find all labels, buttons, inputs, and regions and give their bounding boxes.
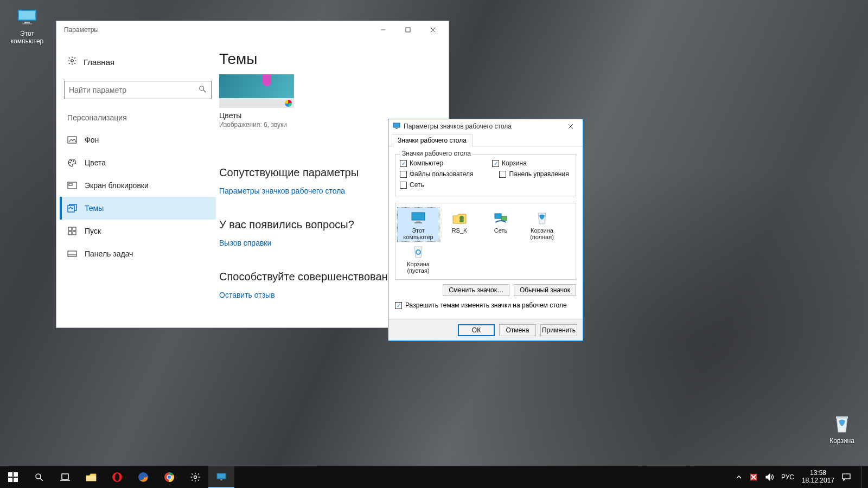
feedback-link[interactable]: Оставить отзыв [219, 291, 275, 299]
checkbox-computer[interactable]: ✓Компьютер [400, 159, 443, 167]
svg-line-11 [203, 90, 206, 92]
start-icon [67, 226, 77, 236]
taskbar-active-app[interactable] [208, 466, 234, 488]
search-icon [198, 85, 207, 95]
close-button[interactable] [420, 21, 445, 38]
color-wheel-icon [285, 100, 292, 107]
icon-preview-bin-full[interactable]: Корзина (полная) [521, 208, 563, 241]
dialog-tabs: Значки рабочего стола [388, 133, 583, 146]
svg-rect-3 [22, 23, 32, 24]
ok-button[interactable]: ОК [458, 324, 495, 336]
monitor-icon [393, 123, 400, 131]
dialog-close-button[interactable] [563, 121, 578, 132]
checkbox-label: Файлы пользователя [410, 170, 473, 178]
taskbar-taskview[interactable] [52, 466, 78, 488]
sidebar-item-background[interactable]: Фон [60, 129, 216, 151]
cancel-button[interactable]: Отмена [499, 324, 536, 336]
icon-label: RS_K [439, 227, 480, 234]
theme-preview [219, 74, 294, 98]
dialog-title: Параметры значков рабочего стола [404, 123, 512, 130]
svg-point-13 [70, 162, 71, 163]
svg-point-10 [200, 86, 204, 91]
desktop-icon-this-pc[interactable]: Этот компьютер [7, 5, 48, 45]
tray-security-icon[interactable] [750, 473, 757, 481]
tray-volume-icon[interactable] [765, 473, 774, 481]
svg-rect-31 [414, 222, 422, 223]
minimize-button[interactable] [371, 21, 395, 38]
settings-titlebar[interactable]: Параметры [56, 21, 449, 38]
gear-icon [67, 56, 77, 68]
taskbar-opera[interactable] [104, 466, 130, 488]
desktop-icon-label: Корзина [821, 437, 863, 445]
taskbar-chrome[interactable] [156, 466, 182, 488]
svg-rect-4 [836, 416, 848, 419]
show-desktop-button[interactable] [861, 466, 865, 488]
checkbox-label: Панель управления [509, 170, 569, 178]
checkbox-network[interactable]: Сеть [400, 181, 424, 189]
sidebar-item-lockscreen[interactable]: Экран блокировки [60, 174, 216, 197]
taskbar-icon [67, 249, 77, 259]
svg-point-41 [36, 474, 41, 479]
checkbox-allow-themes[interactable]: ✓ [395, 302, 402, 309]
svg-point-47 [115, 473, 119, 481]
search-input[interactable] [69, 86, 198, 94]
settings-search[interactable] [64, 81, 212, 99]
sidebar-item-taskbar[interactable]: Панель задач [60, 242, 216, 265]
change-icon-button[interactable]: Сменить значок… [443, 284, 509, 296]
sidebar-home[interactable]: Главная [60, 50, 216, 73]
maximize-button[interactable] [395, 21, 420, 38]
dialog-footer: ОК Отмена Применить [388, 319, 583, 341]
svg-rect-22 [73, 232, 76, 235]
taskbar-search[interactable] [26, 466, 52, 488]
settings-window-title: Параметры [60, 26, 99, 34]
svg-rect-26 [395, 128, 398, 129]
sidebar-item-themes[interactable]: Темы [60, 197, 216, 220]
svg-point-14 [71, 160, 72, 162]
dialog-titlebar[interactable]: Параметры значков рабочего стола [388, 119, 583, 133]
tray-language[interactable]: РУС [781, 473, 794, 481]
palette-icon [67, 158, 77, 168]
desktop-icon-settings-link[interactable]: Параметры значков рабочего стола [219, 187, 345, 195]
svg-rect-30 [416, 221, 420, 222]
recycle-bin-icon [821, 413, 863, 435]
sidebar-item-label: Темы [85, 204, 104, 213]
svg-line-42 [40, 478, 43, 481]
desktop-icon-label: Этот компьютер [7, 30, 48, 45]
desktop-icon-recycle-bin[interactable]: Корзина [821, 413, 863, 445]
checkbox-user-files[interactable]: Файлы пользователя [400, 170, 473, 178]
svg-point-15 [73, 160, 74, 162]
taskbar-firefox[interactable] [130, 466, 156, 488]
svg-point-32 [459, 216, 464, 220]
settings-sidebar: Главная Персонализация Фон Цвета Э [56, 38, 219, 328]
svg-rect-20 [73, 227, 76, 230]
sidebar-item-start[interactable]: Пуск [60, 220, 216, 242]
tray-action-center-icon[interactable] [842, 473, 851, 481]
icon-preview-user[interactable]: RS_K [439, 208, 480, 241]
recycle-bin-full-icon [521, 209, 563, 227]
sidebar-item-colors[interactable]: Цвета [60, 151, 216, 174]
taskbar-settings[interactable] [182, 466, 208, 488]
get-help-link[interactable]: Вызов справки [219, 239, 271, 247]
pc-icon [7, 5, 48, 28]
icon-preview-computer[interactable]: Этот компьютер [398, 208, 439, 241]
checkbox-recycle-bin[interactable]: ✓Корзина [492, 159, 527, 167]
themes-icon [67, 203, 77, 213]
taskbar-explorer[interactable] [78, 466, 104, 488]
start-button[interactable] [0, 466, 26, 488]
theme-name: Цветы [219, 108, 294, 120]
sidebar-item-label: Фон [85, 136, 99, 144]
lockscreen-icon [67, 181, 77, 190]
page-title: Темы [219, 50, 449, 74]
restore-default-button[interactable]: Обычный значок [514, 284, 576, 296]
svg-rect-25 [393, 123, 400, 127]
icon-preview-network[interactable]: Сеть [480, 208, 521, 241]
tray-clock[interactable]: 13:58 18.12.2017 [802, 470, 834, 485]
svg-rect-54 [220, 479, 222, 480]
icon-preview-bin-empty[interactable]: Корзина (пустая) [398, 241, 439, 275]
theme-tile[interactable]: Цветы Изображения: 6, звуки [219, 74, 294, 129]
dialog-tab-icons[interactable]: Значки рабочего стола [392, 134, 473, 146]
checkbox-control-panel[interactable]: Панель управления [499, 170, 569, 178]
sidebar-item-label: Пуск [85, 227, 101, 235]
apply-button[interactable]: Применить [540, 324, 577, 336]
tray-chevron-up-icon[interactable] [736, 474, 742, 480]
